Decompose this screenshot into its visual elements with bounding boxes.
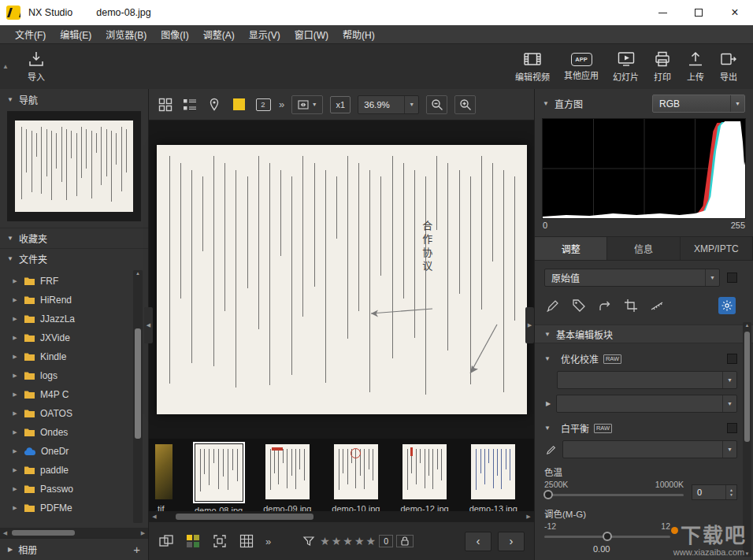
slideshow-button[interactable]: 幻灯片 bbox=[613, 50, 639, 83]
previous-image-button[interactable]: ‹ bbox=[465, 532, 491, 551]
scroll-right-icon[interactable]: ▶ bbox=[523, 514, 534, 520]
picture-control-checkbox[interactable] bbox=[727, 354, 737, 364]
folder-item[interactable]: ▶JXVide bbox=[5, 328, 148, 347]
thumbnail-grid-view-icon[interactable] bbox=[157, 96, 174, 113]
expand-icon[interactable]: ▶ bbox=[11, 429, 19, 436]
straighten-icon[interactable] bbox=[650, 299, 664, 313]
scrollbar-thumb[interactable] bbox=[12, 530, 75, 536]
filter-icon[interactable] bbox=[301, 533, 317, 549]
scroll-up-icon[interactable]: ▲ bbox=[743, 323, 751, 328]
close-button[interactable]: × bbox=[717, 0, 753, 25]
expand-icon[interactable]: ▶ bbox=[11, 486, 19, 492]
folder-item[interactable]: ▶JJazzLa bbox=[5, 310, 148, 328]
other-apps-button[interactable]: APP 其他应用 bbox=[564, 50, 599, 83]
thumbnail-image[interactable] bbox=[195, 444, 243, 501]
menu-item[interactable]: 编辑(E) bbox=[53, 25, 98, 43]
star-icon[interactable]: ★ bbox=[354, 536, 365, 547]
image-viewer[interactable]: 合作协议 bbox=[149, 121, 534, 439]
expand-icon[interactable]: ▶ bbox=[11, 410, 19, 417]
preset-select[interactable]: 原始值 ▼ bbox=[544, 269, 720, 287]
menu-item[interactable]: 图像(I) bbox=[154, 25, 195, 43]
crop-icon[interactable] bbox=[624, 299, 638, 313]
folder-item[interactable]: ▶paddle bbox=[5, 461, 148, 480]
add-album-button[interactable]: + bbox=[133, 543, 140, 556]
next-image-button[interactable]: › bbox=[498, 532, 525, 551]
filmstrip-item[interactable]: demo-09.jpg bbox=[263, 444, 311, 511]
scrollbar-thumb[interactable] bbox=[176, 514, 313, 520]
scroll-left-icon[interactable]: ◀ bbox=[0, 530, 10, 536]
histogram-channel-select[interactable]: RGB ▼ bbox=[652, 95, 745, 113]
slider-knob[interactable] bbox=[543, 490, 553, 499]
picture-control-select[interactable]: ▼ bbox=[557, 371, 737, 389]
expand-icon[interactable]: ▶ bbox=[11, 335, 19, 341]
filmstrip-scrollbar[interactable]: ◀ ▶ bbox=[149, 511, 534, 522]
expand-icon[interactable]: ▶ bbox=[11, 373, 19, 379]
expand-icon[interactable]: ▶ bbox=[11, 505, 19, 511]
folder-item[interactable]: ▶PDFMe bbox=[5, 499, 148, 517]
tab-1[interactable]: 信息 bbox=[607, 237, 680, 260]
star-icon[interactable]: ★ bbox=[343, 536, 353, 547]
preset-checkbox[interactable] bbox=[727, 273, 737, 283]
menu-item[interactable]: 调整(A) bbox=[196, 25, 242, 43]
toolbar-collapse-icon[interactable]: ▲ bbox=[2, 63, 9, 70]
protect-icon[interactable] bbox=[396, 535, 414, 547]
star-icon[interactable]: ★ bbox=[332, 536, 342, 547]
scroll-left-icon[interactable]: ◀ bbox=[149, 514, 160, 520]
stepper-arrows[interactable]: ▲▼ bbox=[725, 485, 736, 499]
thumbnail-list-view-icon[interactable] bbox=[181, 96, 198, 113]
slider-knob[interactable] bbox=[603, 532, 612, 541]
folder-item[interactable]: ▶M4P C bbox=[5, 385, 148, 404]
tint-slider[interactable] bbox=[544, 531, 670, 542]
scroll-up-icon[interactable]: ▲ bbox=[133, 271, 143, 276]
star-icon[interactable]: ★ bbox=[365, 536, 376, 547]
white-balance-select[interactable]: ▼ bbox=[562, 440, 737, 458]
albums-section-header[interactable]: ▶ 相册 + bbox=[0, 538, 148, 560]
retouch-brush-icon[interactable] bbox=[546, 299, 560, 313]
tab-0[interactable]: 调整 bbox=[535, 237, 607, 260]
gray-point-sample-icon[interactable] bbox=[546, 444, 557, 455]
white-balance-header[interactable]: ▼ 白平衡 RAW bbox=[544, 421, 737, 435]
temperature-value-input[interactable]: 0 ▲▼ bbox=[692, 484, 737, 500]
compare-two-view-icon[interactable]: 2 bbox=[254, 96, 272, 113]
collapse-left-panel-handle[interactable]: ◀ bbox=[144, 307, 153, 343]
menu-item[interactable]: 文件(F) bbox=[8, 25, 53, 43]
export-button[interactable]: 导出 bbox=[719, 50, 738, 83]
folder-item[interactable]: ▶HiRend bbox=[5, 291, 148, 310]
filmstrip-item[interactable]: demo-12.jpg bbox=[400, 444, 448, 511]
folder-item[interactable]: ▶Ondes bbox=[5, 423, 148, 442]
folder-item[interactable]: ▶Passwo bbox=[5, 480, 148, 499]
scrollbar-thumb[interactable] bbox=[744, 332, 750, 442]
settings-gear-button[interactable] bbox=[718, 297, 736, 314]
expand-icon[interactable]: ▶ bbox=[546, 400, 551, 407]
collapse-right-panel-handle[interactable]: ▶ bbox=[525, 307, 534, 343]
expand-icon[interactable]: ▶ bbox=[11, 297, 19, 303]
menu-item[interactable]: 窗口(W) bbox=[287, 25, 336, 43]
tag-icon[interactable] bbox=[572, 299, 586, 313]
menu-item[interactable]: 浏览器(B) bbox=[98, 25, 154, 43]
zoom-level-select[interactable]: 36.9% ▼ bbox=[358, 95, 419, 114]
folder-item[interactable]: ▶logs bbox=[5, 366, 148, 385]
tab-2[interactable]: XMP/IPTC bbox=[681, 237, 753, 260]
thumbnail-image[interactable] bbox=[402, 444, 447, 499]
filmstrip-item[interactable]: demo-08.jpg bbox=[195, 444, 243, 511]
versions-icon[interactable] bbox=[598, 299, 612, 313]
temperature-slider[interactable] bbox=[544, 489, 684, 500]
color-label-icon[interactable] bbox=[185, 533, 201, 549]
folder-item[interactable]: ▶OATOS bbox=[5, 404, 148, 423]
navigation-preview[interactable] bbox=[7, 111, 141, 221]
fullscreen-icon[interactable] bbox=[212, 533, 228, 549]
favorites-section-header[interactable]: ▼ 收藏夹 bbox=[0, 228, 148, 248]
expand-icon[interactable]: ▶ bbox=[11, 316, 19, 322]
basic-edit-section-header[interactable]: ▼ 基本编辑板块 bbox=[535, 325, 753, 343]
right-panel-scrollbar[interactable]: ▲ ▼ bbox=[743, 322, 751, 557]
minimize-button[interactable] bbox=[644, 0, 681, 25]
map-view-icon[interactable] bbox=[206, 96, 223, 113]
scroll-right-icon[interactable]: ▶ bbox=[138, 530, 148, 536]
menu-item[interactable]: 显示(V) bbox=[242, 25, 287, 43]
thumbnail-image[interactable] bbox=[265, 444, 310, 499]
expand-icon[interactable]: ▶ bbox=[11, 448, 19, 454]
expand-icon[interactable]: ▶ bbox=[11, 391, 19, 398]
picture-control-sub-select[interactable]: ▼ bbox=[556, 395, 737, 413]
image-view-active-icon[interactable] bbox=[230, 96, 247, 113]
expand-icon[interactable]: ▶ bbox=[11, 354, 19, 360]
